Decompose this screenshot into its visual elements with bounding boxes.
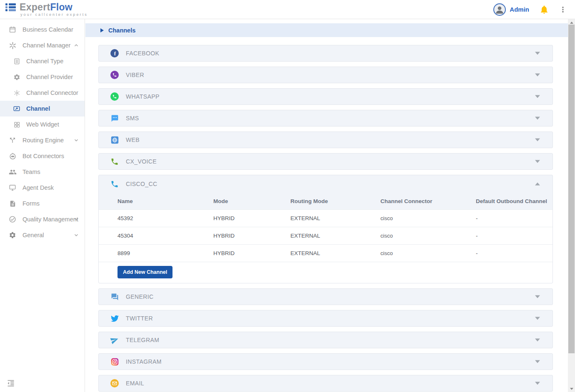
sidebar-item-quality-management[interactable]: Quality Management: [0, 211, 85, 227]
snowflake-icon: [12, 89, 21, 97]
channel-panel-label: TELEGRAM: [126, 337, 159, 343]
channel-manager-icon: [8, 41, 17, 50]
sidebar-item-web-widget[interactable]: Web Widget: [0, 117, 85, 132]
cell-name: 45392: [118, 215, 213, 221]
chevron-down-icon[interactable]: [73, 216, 79, 222]
sidebar-item-bot-connectors[interactable]: Bot Connectors: [0, 148, 85, 164]
channel-panel-facebook-header[interactable]: f FACEBOOK: [99, 45, 552, 61]
cell-default-outbound-channel: -: [476, 250, 552, 256]
cell-channel-connector: cisco: [380, 250, 476, 256]
check-badge-icon: [8, 215, 17, 223]
channel-panel-email-header[interactable]: EMAIL: [99, 375, 552, 391]
channel-panel-sms: SMS: [98, 110, 553, 127]
scrollbar-thumb[interactable]: [568, 25, 575, 353]
channel-panel-twitter-header[interactable]: TWITTER: [99, 310, 552, 326]
cell-channel-connector: cisco: [380, 233, 476, 239]
whatsapp-icon: [110, 92, 119, 101]
channel-panel-label: GENERIC: [126, 293, 154, 300]
chevron-down-icon[interactable]: [535, 295, 540, 298]
monitor-icon: [8, 184, 17, 192]
channel-panel-whatsapp-header[interactable]: WHATSAPP: [99, 89, 552, 104]
channel-panel-twitter: TWITTER: [98, 310, 553, 327]
chevron-down-icon[interactable]: [535, 360, 540, 363]
sidebar-item-channel[interactable]: Channel: [0, 101, 85, 117]
table-row[interactable]: 45304 HYBRID EXTERNAL cisco -: [99, 227, 552, 244]
column-header-default-outbound-channel: Default Outbound Channel: [476, 198, 552, 204]
sidebar-item-business-calendar[interactable]: Business Calendar: [0, 22, 85, 37]
sidebar-item-label: Routing Engine: [22, 137, 64, 144]
sidebar-item-forms[interactable]: Forms: [0, 196, 85, 211]
channel-panel-telegram-header[interactable]: TELEGRAM: [99, 332, 552, 348]
cell-name: 8899: [118, 250, 213, 256]
sidebar-item-channel-connector[interactable]: Channel Connector: [0, 85, 85, 101]
sidebar-item-channel-manager[interactable]: Channel Manager: [0, 37, 85, 53]
chevron-up-icon[interactable]: [535, 183, 540, 186]
channel-panel-generic-header[interactable]: GENERIC: [99, 289, 552, 305]
channel-panel-label: CISCO_CC: [126, 181, 158, 187]
sidebar-item-channel-type[interactable]: Channel Type: [0, 53, 85, 69]
user-menu[interactable]: Admin: [493, 3, 529, 16]
cell-default-outbound-channel: -: [476, 233, 552, 239]
chevron-down-icon[interactable]: [535, 382, 540, 385]
sms-chat-icon: [110, 114, 119, 122]
cell-default-outbound-channel: -: [476, 215, 552, 221]
vertical-scrollbar[interactable]: [568, 19, 575, 392]
add-new-channel-button[interactable]: Add New Channel: [118, 266, 172, 278]
sidebar-item-label: Bot Connectors: [22, 153, 64, 159]
chevron-down-icon[interactable]: [535, 160, 540, 163]
channel-panel-cx-voice-header[interactable]: CX_VOICE: [99, 154, 552, 169]
column-header-channel-connector: Channel Connector: [380, 198, 476, 204]
sidebar-item-agent-desk[interactable]: Agent Desk: [0, 180, 85, 196]
channel-panel-label: EMAIL: [126, 380, 144, 387]
sidebar-item-label: Teams: [22, 169, 40, 175]
sidebar-item-label: Channel Manager: [22, 42, 70, 49]
brand-tagline: your callcenter experts: [20, 12, 88, 17]
channel-panel-generic: GENERIC: [98, 288, 553, 305]
twitter-icon: [110, 314, 119, 323]
channel-panel-cisco-cc-header[interactable]: CISCO_CC: [99, 175, 552, 193]
chevron-down-icon[interactable]: [535, 339, 540, 342]
column-header-mode: Mode: [213, 198, 290, 204]
channel-panel-viber-header[interactable]: VIBER: [99, 67, 552, 83]
table-row[interactable]: 45392 HYBRID EXTERNAL cisco -: [99, 209, 552, 227]
table-row[interactable]: 8899 HYBRID EXTERNAL cisco -: [99, 244, 552, 262]
chevron-down-icon[interactable]: [535, 317, 540, 320]
chevron-down-icon[interactable]: [535, 139, 540, 141]
channel-panel-email: EMAIL: [98, 375, 553, 392]
chevron-down-icon[interactable]: [73, 137, 79, 143]
top-header: ExpertFlow your callcenter experts Admin: [0, 0, 575, 19]
user-name-label: Admin: [510, 6, 529, 13]
chevron-down-icon[interactable]: [535, 117, 540, 120]
channel-panel-label: TWITTER: [126, 315, 153, 322]
channel-panel-label: WEB: [126, 136, 140, 143]
document-list-icon: [12, 57, 21, 65]
sidebar-item-channel-provider[interactable]: Channel Provider: [0, 69, 85, 85]
cell-channel-connector: cisco: [380, 215, 476, 221]
collapse-sidebar-icon[interactable]: [7, 379, 15, 389]
brand-name: ExpertFlow: [20, 2, 88, 12]
channel-panel-whatsapp: WHATSAPP: [98, 88, 553, 105]
cell-mode: HYBRID: [213, 250, 290, 256]
chevron-down-icon[interactable]: [73, 232, 79, 238]
channel-panel-label: INSTAGRAM: [126, 358, 162, 365]
chevron-down-icon[interactable]: [535, 74, 540, 77]
sidebar-item-label: Channel Type: [26, 58, 63, 65]
sidebar-item-general[interactable]: General: [0, 227, 85, 243]
scroll-down-arrow-icon[interactable]: [568, 385, 575, 392]
sidebar-item-teams[interactable]: Teams: [0, 164, 85, 180]
channel-panel-telegram: TELEGRAM: [98, 332, 553, 348]
kebab-menu-icon[interactable]: [559, 5, 567, 14]
channel-panel-web-header[interactable]: WEB: [99, 132, 552, 148]
chevron-up-icon[interactable]: [73, 42, 79, 48]
channel-panel-instagram-header[interactable]: INSTAGRAM: [99, 354, 552, 370]
channel-panel-label: SMS: [126, 115, 139, 122]
gear-icon: [12, 73, 21, 81]
channel-panel-sms-header[interactable]: SMS: [99, 110, 552, 126]
sidebar-item-label: Business Calendar: [22, 26, 73, 33]
chevron-down-icon[interactable]: [535, 95, 540, 98]
chevron-down-icon[interactable]: [535, 52, 540, 55]
sidebar-item-routing-engine[interactable]: Routing Engine: [0, 132, 85, 148]
robot-icon: [8, 152, 17, 160]
cisco-channel-table: Name Mode Routing Mode Channel Connector…: [99, 193, 552, 283]
notifications-bell-icon[interactable]: [539, 5, 549, 15]
